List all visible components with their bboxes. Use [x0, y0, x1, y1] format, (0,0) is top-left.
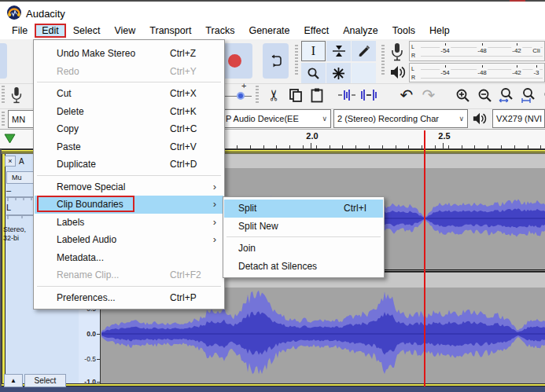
timeline-tick — [474, 145, 475, 148]
menu-generate[interactable]: Generate — [241, 24, 296, 38]
meter-toolbar-grip[interactable] — [381, 45, 385, 76]
draw-tool-button[interactable] — [352, 41, 376, 61]
zoom-tool-button[interactable] — [301, 63, 326, 83]
menu-item-label: Detach at Silences — [238, 261, 317, 272]
meter-left-label: L — [411, 44, 414, 49]
menu-edit[interactable]: Edit — [35, 24, 66, 38]
menu-transport[interactable]: Transport — [142, 24, 198, 38]
playback-meter[interactable]: L R -54-48-42-3 — [409, 63, 545, 82]
track-select-button[interactable]: Select — [24, 374, 66, 387]
clip-menu-separator — [226, 236, 381, 237]
timeline-tick — [488, 145, 488, 148]
audio-host-value: MN — [12, 115, 25, 124]
timeline-label-2-5: 2.5 — [438, 131, 450, 141]
fit-project-button[interactable] — [518, 85, 539, 105]
menu-effect[interactable]: Effect — [297, 24, 337, 38]
edit-menu-item-labeled-audio[interactable]: Labeled Audio› — [35, 231, 223, 249]
meter-left-label: L — [411, 66, 414, 71]
pause-button-partial[interactable] — [0, 43, 7, 79]
menu-view[interactable]: View — [107, 24, 142, 38]
menu-item-label: Paste — [57, 141, 81, 152]
window-title: Audacity — [26, 8, 65, 20]
menu-tracks[interactable]: Tracks — [198, 24, 241, 38]
tools-toolbar-grip[interactable] — [295, 45, 298, 76]
edit-menu-item-remove-special[interactable]: Remove Special› — [35, 178, 223, 196]
device-toolbar-grip[interactable] — [2, 112, 5, 127]
zoom-in-button[interactable] — [452, 85, 473, 105]
silence-audio-button[interactable] — [359, 85, 379, 105]
clip-menu-item-join[interactable]: Join — [224, 240, 383, 258]
clip-menu-item-split[interactable]: SplitCtrl+I — [224, 200, 383, 218]
edit-menu-item-rename-clip[interactable]: Rename Clip...Ctrl+F2 — [35, 266, 223, 284]
edit-menu-item-duplicate[interactable]: DuplicateCtrl+D — [35, 156, 223, 174]
zoom-out-button[interactable] — [474, 85, 495, 105]
loop-icon — [268, 53, 284, 68]
mixer-toolbar-grip[interactable] — [2, 86, 5, 104]
edit-menu-item-cut[interactable]: CutCtrl+X — [35, 85, 223, 103]
redo-button[interactable]: ↷ — [418, 85, 439, 105]
edit-menu-item-labels[interactable]: Labels› — [35, 214, 223, 232]
pan-slider-l-label: L — [6, 203, 11, 213]
edit-menu: Undo Make StereoCtrl+ZRedoCtrl+YCutCtrl+… — [33, 39, 225, 310]
recording-volume-mic-icon — [9, 86, 24, 104]
vruler-tick — [97, 359, 100, 360]
pinned-play-indicator-icon[interactable] — [4, 134, 16, 144]
edit-menu-item-metadata[interactable]: Metadata... — [35, 249, 223, 267]
timeline-label-2-0: 2.0 — [306, 131, 318, 141]
edit-menu-item-undo-make-stereo[interactable]: Undo Make StereoCtrl+Z — [35, 45, 223, 63]
cut-button[interactable]: ✂ — [264, 85, 285, 105]
menu-item-shortcut: Ctrl+V — [170, 141, 197, 152]
playback-device-dropdown[interactable]: VX279 (NVI — [492, 109, 545, 128]
zoom-toggle-button[interactable] — [540, 85, 545, 105]
undo-button[interactable]: ↶ — [396, 85, 417, 105]
recording-meter[interactable]: L R -54-48-42Cli — [409, 41, 545, 61]
menu-select[interactable]: Select — [66, 24, 108, 38]
star-icon — [332, 67, 345, 80]
track-info-line1: Stereo, — [3, 225, 26, 234]
clip-menu-item-detach-at-silences[interactable]: Detach at Silences — [224, 258, 383, 276]
timeline-tick — [422, 145, 422, 148]
fit-selection-button[interactable] — [496, 85, 517, 105]
magnifier-icon — [307, 67, 320, 80]
menu-file[interactable]: File — [5, 24, 35, 38]
volume-slider-thumb[interactable] — [237, 92, 245, 100]
recording-channels-dropdown[interactable]: 2 (Stereo) Recording Char ∨ — [333, 109, 468, 128]
meter-overlay-text: Cli — [532, 47, 540, 54]
recording-device-dropdown[interactable]: P Audio Device(EE ∨ — [223, 109, 331, 128]
loop-button[interactable] — [263, 43, 289, 79]
vruler-tick — [97, 334, 100, 335]
bottom-band — [0, 387, 545, 392]
select-label: Select — [35, 376, 57, 385]
copy-button[interactable] — [285, 85, 306, 105]
edit-menu-item-preferences[interactable]: Preferences...Ctrl+P — [35, 289, 223, 307]
track-collapse-button[interactable]: ▲ — [4, 374, 23, 387]
multi-tool-button[interactable] — [326, 63, 351, 83]
trim-audio-button[interactable] — [337, 85, 357, 105]
playback-device-value: VX279 (NVI — [496, 114, 542, 123]
silence-icon — [360, 89, 377, 101]
timeline-tick — [342, 145, 343, 148]
close-icon: × — [8, 157, 12, 165]
timeline-tick — [263, 145, 264, 148]
menu-tools[interactable]: Tools — [385, 24, 422, 38]
menu-analyze[interactable]: Analyze — [336, 24, 385, 38]
triangle-up-icon: ▲ — [10, 377, 17, 384]
edit-menu-item-clip-boundaries[interactable]: Clip Boundaries› — [35, 196, 223, 214]
track-close-button[interactable]: × — [5, 156, 16, 167]
edit-menu-item-delete[interactable]: DeleteCtrl+K — [35, 103, 223, 121]
menu-help[interactable]: Help — [422, 24, 457, 38]
edit-toolbar-grip[interactable] — [256, 86, 259, 104]
playhead-cursor — [424, 130, 425, 387]
edit-menu-item-paste[interactable]: PasteCtrl+V — [35, 138, 223, 156]
edit-menu-item-copy[interactable]: CopyCtrl+C — [35, 120, 223, 138]
paste-button[interactable] — [307, 85, 327, 105]
clip-menu-item-split-new[interactable]: Split New — [224, 218, 383, 236]
titlebar: Audacity — [0, 2, 545, 22]
meter-scale-tick — [482, 65, 483, 68]
submenu-arrow-icon: › — [213, 181, 216, 192]
envelope-tool-button[interactable] — [326, 41, 351, 61]
track-name[interactable]: A — [19, 157, 24, 167]
selection-tool-button[interactable]: I — [301, 41, 326, 61]
edit-menu-item-redo[interactable]: RedoCtrl+Y — [35, 63, 223, 81]
paste-icon — [311, 88, 323, 103]
